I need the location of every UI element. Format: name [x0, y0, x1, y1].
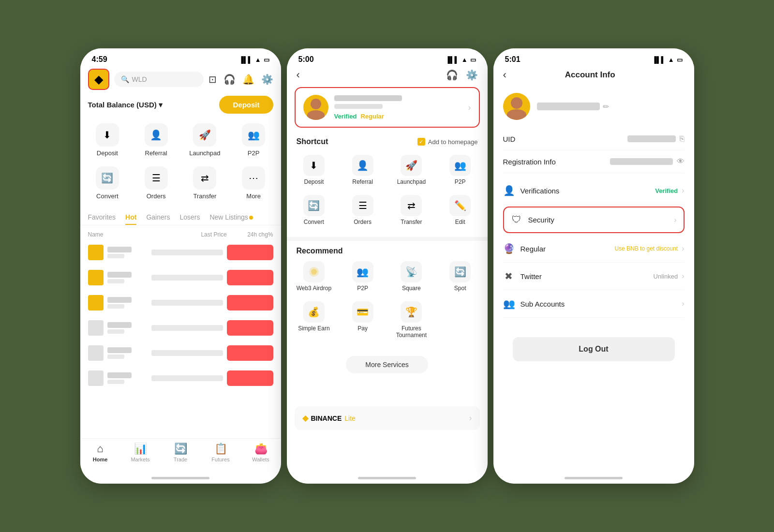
nav-trade[interactable]: 🔄 Trade: [161, 443, 201, 462]
headset-icon[interactable]: 🎧: [223, 74, 236, 85]
uid-value-row: ⎘: [627, 134, 685, 143]
security-icon: 🛡: [511, 214, 522, 225]
table-row[interactable]: [80, 265, 281, 290]
edit-icon[interactable]: ✏: [603, 102, 609, 111]
action-deposit[interactable]: ⬇ Deposit: [84, 119, 131, 161]
action-referral[interactable]: 👤 Referral: [133, 119, 179, 161]
profile-card[interactable]: Verified Regular ›: [295, 87, 480, 128]
balance-label[interactable]: Total Balance (USD) ▾: [88, 101, 163, 109]
info-rows: UID ⎘ Registration Info 👁: [493, 128, 694, 173]
action-orders[interactable]: ☰ Orders: [133, 163, 179, 204]
add-homepage-label: Add to homepage: [428, 138, 478, 146]
binance-lite-bar[interactable]: ◆ BINANCE Lite ›: [295, 406, 480, 430]
status-icons-3: ▐▌▌ ▲ ▭: [652, 56, 683, 63]
nav-home[interactable]: ⌂ Home: [80, 443, 120, 462]
more-services-button[interactable]: More Services: [346, 356, 428, 373]
tab-new-listings[interactable]: New Listings: [209, 209, 253, 225]
shortcut-referral[interactable]: 👤 Referral: [339, 151, 386, 189]
action-launchpad[interactable]: 🚀 Launchpad: [181, 119, 228, 161]
verifications-left: 👤 Verifications: [503, 185, 560, 196]
add-homepage-toggle[interactable]: ✓ Add to homepage: [417, 138, 478, 146]
settings-icon[interactable]: ⚙️: [261, 74, 273, 85]
scan-icon[interactable]: ⊡: [208, 74, 217, 85]
shortcut-launchpad-icon: 🚀: [401, 155, 422, 176]
regular-row[interactable]: 🔮 Regular Use BNB to get discount ›: [503, 235, 685, 263]
bnb-icon: 🔮: [503, 243, 515, 254]
logo-button[interactable]: ◆: [88, 69, 109, 90]
shortcut-p2p[interactable]: 👥 P2P: [437, 151, 484, 189]
action-more[interactable]: ⋯ More: [230, 163, 277, 204]
logout-button[interactable]: Log Out: [513, 337, 675, 361]
settings-icon-2[interactable]: ⚙️: [466, 69, 478, 81]
profile-name-blur: [334, 95, 402, 101]
shortcut-referral-label: Referral: [352, 178, 373, 185]
web3-icon: [303, 261, 325, 282]
recommend-earn[interactable]: 💰 Simple Earn: [291, 297, 338, 342]
table-row[interactable]: [80, 366, 281, 391]
headset-icon-2[interactable]: 🎧: [446, 69, 458, 81]
nav-markets[interactable]: 📊 Markets: [120, 443, 161, 462]
nav-wallets[interactable]: 👛 Wallets: [241, 443, 281, 462]
coin-name-4: [107, 322, 132, 334]
shortcut-deposit[interactable]: ⬇ Deposit: [291, 151, 338, 189]
sub-accounts-left: 👥 Sub Accounts: [503, 298, 565, 310]
action-p2p[interactable]: 👥 P2P: [230, 119, 277, 161]
table-row[interactable]: [80, 340, 281, 366]
eye-icon[interactable]: 👁: [677, 157, 685, 166]
twitter-row[interactable]: ✖ Twitter Unlinked ›: [503, 263, 685, 290]
shortcut-launchpad[interactable]: 🚀 Launchpad: [388, 151, 435, 189]
copy-icon[interactable]: ⎘: [680, 134, 685, 143]
search-bar[interactable]: 🔍 WLD: [114, 72, 204, 87]
recommend-futures[interactable]: 🏆 Futures Tournament: [388, 297, 435, 342]
tab-losers[interactable]: Losers: [179, 209, 200, 225]
action-transfer[interactable]: ⇄ Transfer: [181, 163, 228, 204]
search-placeholder: WLD: [132, 75, 147, 83]
verifications-row[interactable]: 👤 Verifications Verified ›: [503, 177, 685, 205]
coin-name-5: [107, 347, 132, 359]
recommend-web3[interactable]: Web3 Airdrop: [291, 257, 338, 296]
deposit-label: Deposit: [97, 149, 118, 157]
tab-favorites[interactable]: Favorites: [88, 209, 116, 225]
markets-icon: 📊: [134, 443, 147, 455]
earn-icon: 💰: [303, 301, 325, 323]
coin-icon-4: [88, 320, 104, 336]
spot-label: Spot: [454, 285, 466, 292]
recommend-pay[interactable]: 💳 Pay: [339, 297, 386, 342]
recommend-p2p[interactable]: 👥 P2P: [339, 257, 386, 296]
orders-icon: ☰: [145, 166, 168, 190]
trade-icon: 🔄: [174, 443, 187, 455]
home-indicator-3: [493, 472, 694, 484]
shortcut-edit[interactable]: ✏️ Edit: [437, 191, 484, 229]
nav-futures[interactable]: 📋 Futures: [201, 443, 241, 462]
action-convert[interactable]: 🔄 Convert: [84, 163, 131, 204]
shortcut-transfer[interactable]: ⇄ Transfer: [388, 191, 435, 229]
recommend-square[interactable]: 📡 Square: [388, 257, 435, 296]
back-button-2[interactable]: ‹: [297, 69, 300, 81]
table-row[interactable]: [80, 315, 281, 340]
tab-hot[interactable]: Hot: [125, 209, 136, 225]
sub-accounts-row[interactable]: 👥 Sub Accounts ›: [503, 290, 685, 318]
coin-name-3: [107, 297, 132, 309]
price-1: [151, 250, 223, 255]
security-row[interactable]: 🛡 Security ›: [503, 207, 685, 233]
back-button-3[interactable]: ‹: [503, 69, 506, 81]
home-icon: ⌂: [97, 443, 103, 455]
regular-chevron-icon: ›: [682, 244, 684, 253]
change-badge-3: [227, 295, 273, 310]
tab-gainers[interactable]: Gainers: [146, 209, 170, 225]
spot-icon: 🔄: [449, 261, 471, 282]
shortcut-grid: ⬇ Deposit 👤 Referral 🚀 Launchpad 👥 P2P: [287, 151, 488, 235]
status-bar-2: 5:00 ▐▌▌ ▲ ▭: [287, 48, 488, 67]
regular-label: Regular: [521, 245, 546, 253]
signal-icon: ▐▌▌: [239, 56, 253, 63]
nav-futures-label: Futures: [211, 457, 229, 462]
table-row[interactable]: [80, 240, 281, 265]
binance-lite-logo: ◆ BINANCE Lite: [302, 414, 356, 423]
deposit-button[interactable]: Deposit: [219, 96, 273, 114]
table-row[interactable]: [80, 290, 281, 315]
referral-icon: 👤: [145, 123, 168, 147]
recommend-spot[interactable]: 🔄 Spot: [437, 257, 484, 296]
shortcut-convert[interactable]: 🔄 Convert: [291, 191, 338, 229]
shortcut-orders[interactable]: ☰ Orders: [339, 191, 386, 229]
bell-icon[interactable]: 🔔: [242, 74, 254, 85]
